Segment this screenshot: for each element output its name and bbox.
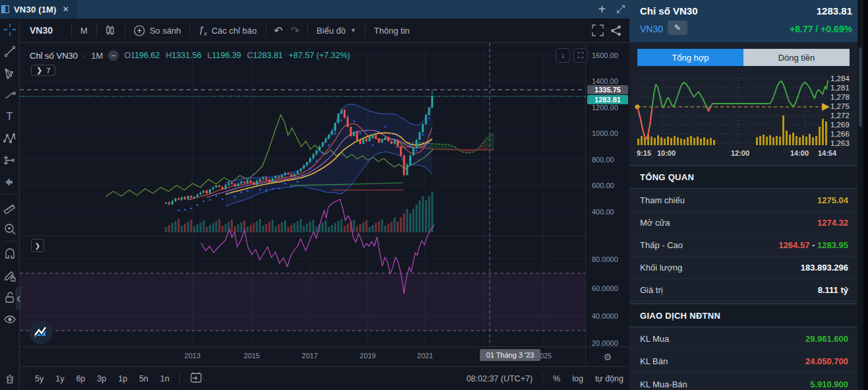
- row-volume: Khối lượng 183.893.296: [629, 257, 857, 279]
- add-tab-icon[interactable]: +: [598, 2, 606, 17]
- candles-icon: [105, 24, 116, 36]
- legend-ohlc: O1196.62 H1331.56 L1196.39 C1283.81 +87.…: [124, 51, 350, 60]
- row-foreign-buy: KL Mua 29.961.600: [629, 328, 857, 350]
- tab-dong-tien[interactable]: Dòng tiền: [743, 49, 850, 66]
- info-button[interactable]: Thông tin: [365, 18, 418, 42]
- maximize-pane-button[interactable]: ⛶: [573, 48, 588, 63]
- crosshair-date-badge: 01 Tháng 3 '23: [480, 349, 540, 361]
- drawing-tools-rail: T: [0, 18, 20, 390]
- row-value: Giá trị 8.111 tỷ: [629, 279, 857, 302]
- range-6p[interactable]: 6p: [70, 374, 91, 383]
- price-axis[interactable]: 1600.00 1400.00 1200.00 1000.00 800.00 6…: [585, 43, 629, 346]
- reference-value: 1275.04: [817, 195, 848, 205]
- zoom-in-tool-icon[interactable]: [1, 218, 19, 240]
- indicator-pane-expand-button[interactable]: ❯: [31, 239, 44, 252]
- rail-divider: [3, 194, 17, 195]
- fx-icon: ƒx: [199, 24, 207, 37]
- text-tool-icon[interactable]: T: [1, 106, 19, 127]
- tab-tong-hop[interactable]: Tổng hợp: [637, 49, 743, 66]
- symbol-search-button[interactable]: VN30: [20, 25, 71, 36]
- crosshair-price-badge: 1335.75: [587, 85, 628, 94]
- intraday-mini-chart[interactable]: [635, 76, 830, 148]
- scrollbar-thumb[interactable]: [859, 48, 862, 127]
- undo-button[interactable]: ↶: [266, 18, 287, 42]
- legend-title[interactable]: Chỉ số VN30: [30, 51, 78, 61]
- redo-button[interactable]: ↷: [287, 18, 307, 42]
- expand-window-icon[interactable]: ⤢: [616, 3, 625, 15]
- value-traded: 8.111 tỷ: [818, 285, 848, 295]
- measure-ruler-icon[interactable]: [1, 196, 19, 218]
- section-foreign: GIAO DỊCH NĐTNN: [629, 304, 857, 327]
- range-1y[interactable]: 1y: [49, 374, 70, 383]
- index-symbol[interactable]: VN30: [640, 24, 663, 34]
- fullscreen-icon[interactable]: [592, 24, 604, 36]
- brush-tool-icon[interactable]: [1, 84, 19, 106]
- legend-collapse-button[interactable]: –: [108, 50, 119, 61]
- plus-circle-icon: [134, 25, 145, 36]
- time-axis[interactable]: 2013 2015 2017 2019 2021 2025 01 Tháng 3…: [20, 346, 585, 366]
- workspace-tab[interactable]: VN30 (1M) ✕: [0, 0, 77, 18]
- edit-symbol-button[interactable]: ✎: [668, 20, 687, 35]
- magnet-tool-icon[interactable]: [1, 243, 19, 265]
- share-icon[interactable]: [610, 25, 622, 36]
- row-foreign-sell: KL Bán 24.050.700: [629, 350, 857, 373]
- chart-menu-button[interactable]: Biểu đồ▼: [308, 18, 364, 42]
- layout-icon: [1, 5, 9, 13]
- range-1n[interactable]: 1n: [154, 374, 175, 383]
- legend-change: +87.57 (+7.32%): [289, 51, 350, 60]
- indicators-button[interactable]: ƒx Các chỉ báo: [190, 18, 266, 42]
- panel-tabs: Tổng hợp Dòng tiền: [637, 49, 850, 66]
- collapse-pane-button[interactable]: ↓: [556, 48, 570, 63]
- close-tab-icon[interactable]: ✕: [61, 5, 71, 14]
- forecast-tool-icon[interactable]: [1, 149, 19, 171]
- trading-app-window: VN30 (1M) ✕ + ⤢ T ❮ VN30 M: [0, 0, 868, 390]
- hide-panel-arrow-icon[interactable]: [1, 171, 19, 193]
- last-price-badge: 1283.81: [587, 95, 628, 104]
- interval-button[interactable]: M: [72, 18, 96, 42]
- quote-panel: Chỉ số VN30 1283.81 VN30 ✎ +8.77 / +0.69…: [629, 0, 857, 390]
- go-to-date-icon[interactable]: [184, 372, 208, 385]
- auto-scale-toggle[interactable]: tự động: [589, 374, 629, 383]
- panel-scrollbar[interactable]: [857, 0, 863, 390]
- row-open: Mở cửa 1274.32: [629, 212, 857, 234]
- remove-drawings-trash-icon[interactable]: [1, 368, 19, 390]
- chart-legend: Chỉ số VN30 · 1M – O1196.62 H1331.56 L11…: [30, 50, 350, 61]
- volume-value: 183.893.296: [801, 263, 848, 273]
- row-low-high: Thấp - Cao 1264.57 - 1283.95: [629, 234, 857, 257]
- range-1p[interactable]: 1p: [112, 374, 133, 383]
- tradingview-logo[interactable]: [29, 321, 53, 344]
- rail-divider: [3, 241, 17, 242]
- compare-button[interactable]: So sánh: [125, 18, 190, 42]
- gann-fib-tool-icon[interactable]: [1, 62, 19, 84]
- chart-style-button[interactable]: [97, 18, 125, 42]
- percent-scale-toggle[interactable]: %: [547, 374, 566, 383]
- chevron-down-icon: ▼: [350, 27, 356, 34]
- trendline-tool-icon[interactable]: [1, 40, 19, 62]
- low-value: 1264.57: [778, 240, 809, 250]
- hide-drawings-eye-icon[interactable]: [1, 308, 19, 330]
- axis-settings-gear-icon[interactable]: ⚙: [585, 346, 629, 366]
- range-3p[interactable]: 3p: [91, 374, 112, 383]
- chart-toolbar: VN30 M So sánh ƒx Các chỉ báo ↶ ↷ Biểu đ…: [20, 18, 629, 43]
- row-foreign-net: KL Mua-Bán 5.910.900: [629, 373, 857, 390]
- open-value: 1274.32: [817, 218, 848, 228]
- xabcd-pattern-tool-icon[interactable]: [1, 127, 19, 149]
- foreign-sell-value: 24.050.700: [805, 356, 848, 366]
- row-reference: Tham chiếu 1275.04: [629, 189, 857, 212]
- chart-bottom-bar: 5y 1y 6p 3p 1p 5n 1n 08:02:37 (UTC+7) % …: [20, 366, 629, 390]
- log-scale-toggle[interactable]: log: [566, 374, 589, 383]
- hidden-indicators-badge[interactable]: ❯7: [31, 65, 55, 76]
- high-value: 1283.95: [817, 240, 848, 250]
- range-5y[interactable]: 5y: [29, 374, 49, 383]
- section-overview: TỔNG QUAN: [629, 165, 857, 189]
- clock[interactable]: 08:02:37 (UTC+7): [461, 374, 538, 383]
- window-edge: [863, 0, 868, 390]
- main-price-chart[interactable]: [20, 43, 585, 346]
- quote-panel-header: Chỉ số VN30 1283.81 VN30 ✎ +8.77 / +0.69…: [629, 0, 857, 42]
- range-5n[interactable]: 5n: [133, 374, 154, 383]
- foreign-buy-value: 29.961.600: [805, 334, 848, 344]
- index-last-price: 1283.81: [817, 5, 852, 16]
- foreign-net-value: 5.910.900: [810, 379, 848, 389]
- crosshair-tool-icon[interactable]: [1, 18, 19, 40]
- drawing-lock-pencil-icon[interactable]: [1, 265, 19, 286]
